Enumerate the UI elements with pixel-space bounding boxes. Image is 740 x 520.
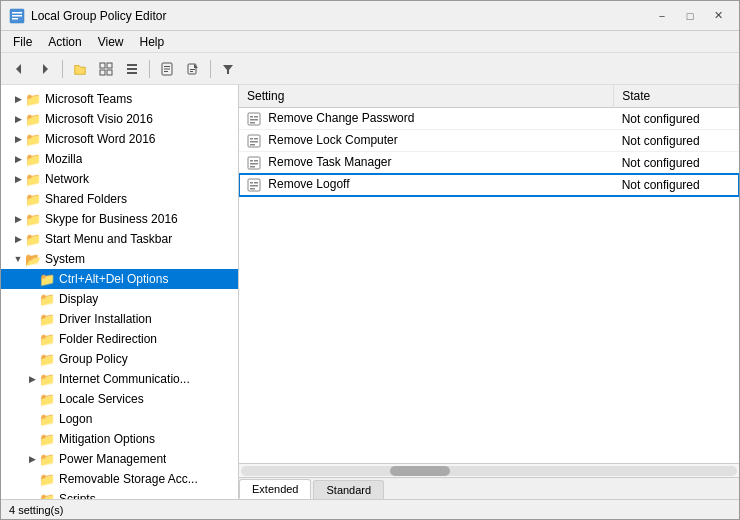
svg-rect-29: [250, 141, 258, 143]
table-row[interactable]: Remove Lock Computer Not configured: [239, 130, 739, 152]
sidebar-item-label: Microsoft Word 2016: [45, 132, 156, 146]
folder-button[interactable]: [68, 57, 92, 81]
folder-icon: 📁: [25, 112, 41, 127]
sidebar-item-system[interactable]: 📂 System: [1, 249, 238, 269]
svg-rect-14: [164, 66, 170, 67]
back-icon: [12, 62, 26, 76]
setting-cell: Remove Task Manager: [239, 152, 614, 174]
app-icon: [9, 8, 25, 24]
menu-bar: File Action View Help: [1, 31, 739, 53]
folder-icon: 📁: [39, 272, 55, 287]
back-button[interactable]: [7, 57, 31, 81]
sidebar-item-label: Internet Communicatio...: [59, 372, 190, 386]
setting-icon: [247, 178, 261, 192]
sidebar-item-scripts[interactable]: 📁 Scripts: [1, 489, 238, 499]
sidebar-item-skype[interactable]: 📁 Skype for Business 2016: [1, 209, 238, 229]
sidebar-item-microsoft-teams[interactable]: 📁 Microsoft Teams: [1, 89, 238, 109]
svg-rect-34: [250, 163, 258, 165]
sidebar-item-label: Mitigation Options: [59, 432, 155, 446]
svg-marker-20: [223, 65, 233, 74]
sidebar-item-microsoft-word[interactable]: 📁 Microsoft Word 2016: [1, 129, 238, 149]
svg-rect-25: [250, 122, 255, 124]
expand-arrow: [11, 254, 25, 264]
sidebar-item-internet-communication[interactable]: 📁 Internet Communicatio...: [1, 369, 238, 389]
sidebar-item-display[interactable]: 📁 Display: [1, 289, 238, 309]
expand-arrow: [11, 214, 25, 224]
minimize-button[interactable]: −: [649, 6, 675, 26]
properties-button[interactable]: [155, 57, 179, 81]
state-cell: Not configured: [614, 108, 739, 130]
close-button[interactable]: ✕: [705, 6, 731, 26]
sidebar-item-power-management[interactable]: 📁 Power Management: [1, 449, 238, 469]
sidebar-item-mitigation-options[interactable]: 📁 Mitigation Options: [1, 429, 238, 449]
menu-help[interactable]: Help: [132, 33, 173, 51]
sidebar-item-microsoft-visio[interactable]: 📁 Microsoft Visio 2016: [1, 109, 238, 129]
filter-icon: [221, 62, 235, 76]
svg-rect-39: [250, 185, 258, 187]
folder-icon: 📁: [39, 332, 55, 347]
svg-rect-37: [250, 182, 253, 184]
tab-standard[interactable]: Standard: [313, 480, 384, 499]
svg-rect-8: [100, 70, 105, 75]
setting-icon: [247, 156, 261, 170]
sidebar-item-network[interactable]: 📁 Network: [1, 169, 238, 189]
sidebar-item-ctrl-alt-del[interactable]: 📁 Ctrl+Alt+Del Options: [1, 269, 238, 289]
sidebar-item-shared-folders[interactable]: 📁 Shared Folders: [1, 189, 238, 209]
sidebar-item-label: Scripts: [59, 492, 96, 499]
table-row-selected[interactable]: Remove Logoff Not configured: [239, 174, 739, 196]
sidebar-item-label: Skype for Business 2016: [45, 212, 178, 226]
folder-icon: 📁: [25, 152, 41, 167]
svg-rect-30: [250, 144, 255, 146]
sidebar-item-label: Power Management: [59, 452, 166, 466]
folder-icon: 📁: [25, 212, 41, 227]
svg-rect-38: [254, 182, 258, 184]
svg-rect-22: [250, 116, 253, 118]
list-button[interactable]: [120, 57, 144, 81]
menu-file[interactable]: File: [5, 33, 40, 51]
sidebar-item-group-policy[interactable]: 📁 Group Policy: [1, 349, 238, 369]
filter-button[interactable]: [216, 57, 240, 81]
menu-view[interactable]: View: [90, 33, 132, 51]
main-area: 📁 Microsoft Teams 📁 Microsoft Visio 2016…: [1, 85, 739, 499]
table-row[interactable]: Remove Change Password Not configured: [239, 108, 739, 130]
table-row[interactable]: Remove Task Manager Not configured: [239, 152, 739, 174]
sidebar-item-driver-installation[interactable]: 📁 Driver Installation: [1, 309, 238, 329]
expand-arrow: [25, 454, 39, 464]
maximize-button[interactable]: □: [677, 6, 703, 26]
horizontal-scrollbar[interactable]: [239, 463, 739, 477]
svg-rect-19: [190, 71, 193, 72]
export-icon: [186, 62, 200, 76]
sidebar-item-removable-storage[interactable]: 📁 Removable Storage Acc...: [1, 469, 238, 489]
svg-marker-5: [43, 64, 48, 74]
expand-arrow: [25, 374, 39, 384]
sidebar-item-start-menu[interactable]: 📁 Start Menu and Taskbar: [1, 229, 238, 249]
svg-rect-32: [250, 160, 253, 162]
state-cell: Not configured: [614, 130, 739, 152]
sidebar-item-label: Driver Installation: [59, 312, 152, 326]
tab-extended[interactable]: Extended: [239, 479, 311, 499]
folder-icon: 📁: [39, 492, 55, 500]
scrollbar-thumb[interactable]: [390, 466, 450, 476]
table-header-row: Setting State: [239, 85, 739, 108]
svg-rect-10: [127, 64, 137, 66]
sidebar-item-label: System: [45, 252, 85, 266]
sidebar-item-folder-redirection[interactable]: 📁 Folder Redirection: [1, 329, 238, 349]
svg-rect-27: [250, 138, 253, 140]
export-button[interactable]: [181, 57, 205, 81]
settings-table: Setting State: [239, 85, 739, 196]
main-window: Local Group Policy Editor − □ ✕ File Act…: [0, 0, 740, 520]
sidebar-item-locale-services[interactable]: 📁 Locale Services: [1, 389, 238, 409]
forward-button[interactable]: [33, 57, 57, 81]
grid-button[interactable]: [94, 57, 118, 81]
sidebar-item-logon[interactable]: 📁 Logon: [1, 409, 238, 429]
sidebar-item-mozilla[interactable]: 📁 Mozilla: [1, 149, 238, 169]
folder-icon: 📁: [39, 412, 55, 427]
menu-action[interactable]: Action: [40, 33, 89, 51]
column-header-state: State: [614, 85, 739, 108]
sidebar-item-label: Microsoft Visio 2016: [45, 112, 153, 126]
expand-arrow: [11, 234, 25, 244]
expand-arrow: [11, 134, 25, 144]
folder-icon: [73, 62, 87, 76]
sidebar-item-label: Group Policy: [59, 352, 128, 366]
sidebar-item-label: Ctrl+Alt+Del Options: [59, 272, 168, 286]
